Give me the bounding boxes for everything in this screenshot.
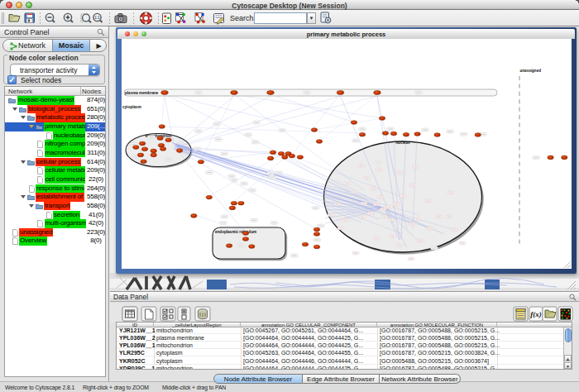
svg-text:endoplasmic reticulum: endoplasmic reticulum: [215, 230, 256, 234]
svg-text:nucleus: nucleus: [395, 141, 410, 145]
svg-text:1:1: 1:1: [94, 16, 100, 20]
svg-text:cytoplasm: cytoplasm: [122, 105, 141, 109]
svg-text:unassigned: unassigned: [520, 69, 542, 73]
svg-text:plasma membrane: plasma membrane: [125, 91, 159, 95]
svg-text:f(x): f(x): [530, 310, 542, 318]
